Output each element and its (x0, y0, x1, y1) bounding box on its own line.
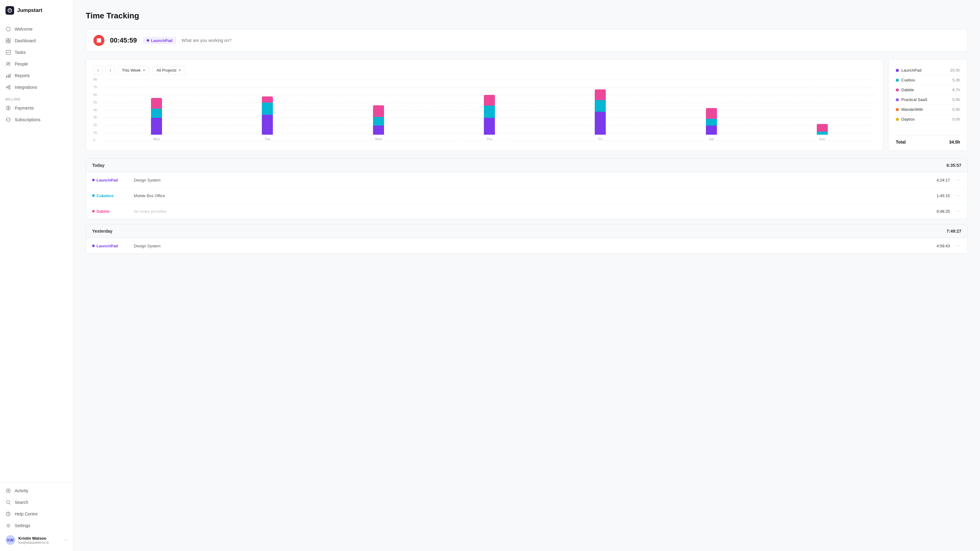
entry-menu-button[interactable]: ··· (955, 176, 961, 183)
legend-total-value: 34.5h (949, 140, 960, 144)
bar-stack (484, 95, 495, 135)
help-icon (5, 511, 11, 517)
svg-point-0 (8, 9, 12, 12)
sidebar-label-integrations: Integrations (15, 85, 37, 90)
entry-row: Dabble No notes provided 0:48:25 ··· (86, 203, 967, 219)
bar-group-mon: Mon (103, 98, 210, 141)
legend-item: Practical SaaS 0.0h (896, 95, 960, 105)
bar-segment (706, 108, 717, 119)
bar-day-label: Tue (265, 137, 270, 141)
bar-segment (595, 112, 606, 135)
stop-icon (97, 38, 101, 43)
legend-total-label: Total (896, 140, 905, 144)
sidebar-item-people[interactable]: People (0, 58, 73, 70)
entry-project[interactable]: LaunchPad (92, 178, 129, 183)
today-header: Today 6:35:57 (86, 159, 967, 172)
legend-dot (896, 118, 899, 121)
sidebar-item-integrations[interactable]: Integrations (0, 81, 73, 93)
svg-rect-4 (6, 41, 8, 43)
integrations-icon (5, 84, 11, 90)
reports-icon (5, 73, 11, 78)
sidebar-label-reports: Reports (15, 73, 30, 78)
entry-menu-button[interactable]: ··· (955, 243, 961, 249)
page-title: Time Tracking (86, 11, 968, 21)
bar-segment (484, 95, 495, 106)
entry-project[interactable]: LaunchPad (92, 244, 129, 248)
entry-menu-button[interactable]: ··· (955, 192, 961, 199)
sidebar-label-settings: Settings (15, 523, 30, 528)
entry-menu-button[interactable]: ··· (955, 208, 961, 214)
svg-point-1 (6, 27, 10, 31)
legend-project-name: Daybox (901, 117, 915, 122)
legend-total: Total 34.5h (896, 135, 960, 144)
entry-project[interactable]: Dabble (92, 209, 129, 214)
svg-rect-2 (6, 38, 8, 40)
next-period-button[interactable]: › (106, 65, 115, 75)
entry-project-dot (92, 210, 95, 213)
bar-stack (151, 98, 162, 135)
entry-project[interactable]: Cubebox (92, 194, 129, 198)
prev-period-button[interactable]: ‹ (94, 65, 103, 75)
sidebar-item-payments[interactable]: Payments (0, 102, 73, 114)
bar-day-label: Sun (819, 137, 825, 141)
today-label: Today (92, 163, 105, 168)
bar-group-fri: Fri (547, 89, 654, 141)
entry-project-name: Dabble (97, 209, 110, 214)
user-more-button[interactable]: ··· (64, 537, 68, 543)
svg-point-14 (9, 88, 10, 89)
legend-project-value: 0.0h (953, 107, 960, 112)
gear-icon (5, 523, 11, 528)
app-logo[interactable]: Jumpstart (0, 0, 73, 21)
sidebar-label-dashboard: Dashboard (15, 38, 36, 43)
sidebar-label-payments: Payments (15, 106, 34, 111)
sidebar-item-activity[interactable]: Activity (0, 485, 73, 497)
chart-section: ‹ › This Week ▼ All Projects ▼ 8h 7h 6h … (86, 59, 968, 151)
svg-point-17 (8, 490, 9, 492)
avatar: KW (5, 535, 15, 545)
sidebar-label-tasks: Tasks (15, 50, 26, 55)
sidebar-item-help[interactable]: Help Centre (0, 508, 73, 520)
timer-project-badge[interactable]: LaunchPad (143, 37, 176, 44)
sidebar-item-subscriptions[interactable]: Subscriptions (0, 114, 73, 125)
sidebar-item-reports[interactable]: Reports (0, 70, 73, 81)
sidebar-label-help: Help Centre (15, 511, 38, 516)
bar-segment (151, 109, 162, 118)
legend-left: Practical SaaS (896, 97, 928, 102)
sidebar-item-settings[interactable]: Settings (0, 520, 73, 531)
sidebar-item-welcome[interactable]: Welcome (0, 23, 73, 35)
timer-bar: 00:45:59 LaunchPad (86, 29, 968, 52)
legend-project-value: 8.7h (953, 87, 960, 92)
logo-icon (5, 6, 14, 15)
projects-label: All Projects (156, 68, 177, 73)
sidebar-item-tasks[interactable]: Tasks (0, 46, 73, 58)
entry-project-name: LaunchPad (97, 244, 118, 248)
billing-section-label: BILLING (0, 93, 73, 102)
sidebar-item-search[interactable]: Search (0, 497, 73, 508)
sidebar-label-subscriptions: Subscriptions (15, 117, 40, 122)
bar-segment (595, 100, 606, 112)
user-email: kw@saaspatterns.io (18, 541, 60, 544)
entry-description: Mobile Box Office (134, 194, 932, 198)
entry-row: Cubebox Mobile Box Office 1:45:15 ··· (86, 188, 967, 203)
bar-segment (262, 103, 273, 115)
timer-description-input[interactable] (181, 38, 960, 43)
sidebar-item-dashboard[interactable]: Dashboard (0, 35, 73, 46)
svg-point-13 (9, 86, 10, 87)
bar-segment (817, 132, 828, 135)
timer-stop-button[interactable] (94, 35, 105, 46)
period-dropdown[interactable]: This Week ▼ (118, 66, 150, 75)
projects-dropdown[interactable]: All Projects ▼ (153, 66, 185, 75)
sidebar-label-activity: Activity (15, 488, 28, 493)
bar-group-thu: Thu (436, 95, 542, 141)
legend-item: WanderWith 0.0h (896, 105, 960, 114)
subscriptions-icon (5, 117, 11, 122)
entry-project-dot (92, 245, 95, 247)
bar-segment (706, 125, 717, 135)
svg-rect-9 (6, 76, 7, 78)
entry-description: No notes provided (134, 209, 932, 214)
legend-project-value: 20.5h (950, 68, 960, 73)
entry-project-dot (92, 194, 95, 197)
chevron-down-icon: ▼ (178, 68, 181, 72)
legend-project-value: 5.3h (953, 78, 960, 83)
user-profile[interactable]: KW Kristin Watson kw@saaspatterns.io ··· (0, 531, 73, 549)
